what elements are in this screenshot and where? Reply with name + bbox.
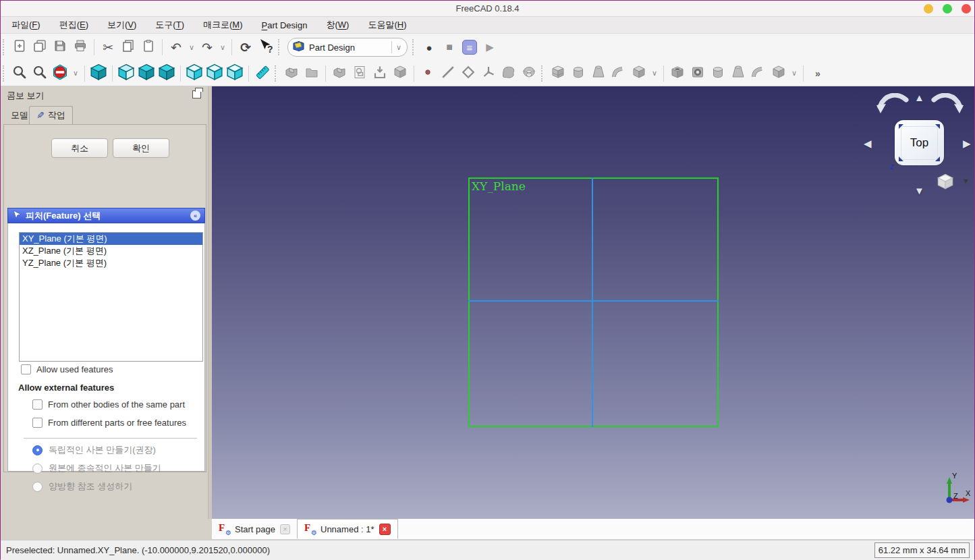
datum-plane-icon[interactable]: [458, 63, 478, 84]
menu-edit[interactable]: 편집(E): [50, 16, 98, 34]
group-icon[interactable]: [302, 63, 322, 84]
toolbar-handle[interactable]: [412, 39, 416, 55]
subtractive-pipe-icon[interactable]: [748, 63, 769, 84]
menu-view[interactable]: 보기(V): [98, 16, 146, 34]
validate-sketch-icon[interactable]: [370, 63, 390, 84]
tab-unnamed-document[interactable]: F⚙ Unnamed : 1* ×: [297, 519, 398, 539]
radio-independent-copy[interactable]: 독립적인 사본 만들기(권장): [32, 444, 156, 456]
menu-file[interactable]: 파일(F): [2, 16, 50, 34]
datum-cs-icon[interactable]: [478, 63, 499, 84]
ok-button[interactable]: 확인: [113, 138, 169, 158]
navcube-menu-icon[interactable]: [935, 173, 955, 193]
macro-play-icon[interactable]: ▶: [480, 37, 500, 57]
menu-help[interactable]: 도움말(H): [358, 16, 416, 34]
view-front-icon[interactable]: [116, 63, 136, 84]
toolbar-handle[interactable]: [275, 65, 278, 82]
subtractive-primitive-dropdown-icon[interactable]: ∨: [789, 63, 800, 84]
new-document-icon[interactable]: [9, 37, 30, 57]
radio-button[interactable]: [32, 445, 43, 455]
view-rear-icon[interactable]: [184, 63, 204, 84]
part-icon[interactable]: [281, 63, 302, 84]
toolbar-handle[interactable]: [3, 65, 6, 82]
task-section-header[interactable]: 피처(Feature) 선택 «: [7, 208, 205, 223]
close-button[interactable]: [962, 4, 971, 13]
rotate-left-arrow-icon[interactable]: [876, 93, 909, 121]
minimize-button[interactable]: [924, 4, 933, 13]
redo-icon[interactable]: ↷: [197, 37, 217, 57]
additive-pipe-icon[interactable]: [609, 63, 629, 84]
list-item-yz-plane[interactable]: YZ_Plane (기본 평면): [20, 257, 202, 269]
groove-icon[interactable]: [708, 63, 728, 84]
radio-button[interactable]: [32, 464, 43, 474]
subtractive-loft-icon[interactable]: [728, 63, 748, 84]
navigation-cube[interactable]: Top: [895, 120, 944, 165]
collapse-section-icon[interactable]: «: [190, 211, 200, 221]
radio-cross-reference[interactable]: 양방향 참조 생성하기: [32, 480, 132, 493]
list-item-xy-plane[interactable]: XY_Plane (기본 평면): [20, 233, 202, 245]
additive-primitive-dropdown-icon[interactable]: ∨: [649, 63, 660, 84]
whats-this-icon[interactable]: ?: [256, 37, 276, 57]
radio-dependent-copy[interactable]: 원본에 종속적인 사본 만들기: [32, 462, 161, 474]
nav-right-arrow-icon[interactable]: ▶: [963, 138, 971, 150]
view-top-icon[interactable]: [136, 63, 157, 84]
checkbox-diff-parts[interactable]: From different parts or free features: [32, 418, 186, 428]
close-tab-icon[interactable]: ×: [280, 524, 290, 534]
datum-point-icon[interactable]: [418, 63, 438, 84]
pad-icon[interactable]: [548, 63, 568, 84]
y-axis-line[interactable]: [592, 177, 593, 427]
view-bottom-icon[interactable]: [204, 63, 225, 84]
create-body-icon[interactable]: [329, 63, 350, 84]
nav-up-arrow-icon[interactable]: ▲: [914, 92, 924, 103]
open-document-icon[interactable]: [30, 37, 50, 57]
toolbar-handle[interactable]: [541, 65, 545, 82]
measure-distance-icon[interactable]: [252, 63, 273, 84]
copy-icon[interactable]: [118, 37, 138, 57]
toolbar-overflow-icon[interactable]: »: [807, 63, 827, 84]
undo-icon[interactable]: ↶: [166, 37, 186, 57]
maximize-button[interactable]: [943, 4, 952, 13]
refresh-icon[interactable]: ⟳: [235, 37, 256, 57]
cancel-button[interactable]: 취소: [51, 138, 108, 158]
toolbar-handle[interactable]: [278, 39, 281, 55]
datum-line-icon[interactable]: [438, 63, 458, 84]
redo-dropdown-icon[interactable]: ∨: [217, 37, 228, 57]
nav-left-arrow-icon[interactable]: ◀: [864, 138, 872, 150]
view-left-icon[interactable]: [225, 63, 245, 84]
menu-tools[interactable]: 도구(T): [146, 16, 194, 34]
navcube-dropdown-icon[interactable]: ▼: [962, 177, 970, 185]
shapebinder-icon[interactable]: [499, 63, 519, 84]
feature-list[interactable]: XY_Plane (기본 평면) XZ_Plane (기본 평면) YZ_Pla…: [19, 232, 203, 362]
clone-icon[interactable]: [519, 63, 539, 84]
view-right-icon[interactable]: [157, 63, 177, 84]
checkbox-box[interactable]: [32, 418, 43, 428]
save-icon[interactable]: [50, 37, 70, 57]
fit-all-icon[interactable]: [9, 63, 30, 84]
checkbox-same-part[interactable]: From other bodies of the same part: [32, 399, 185, 410]
menu-partdesign[interactable]: Part Design: [252, 18, 317, 33]
additive-loft-icon[interactable]: [588, 63, 609, 84]
workbench-selector[interactable]: Part Design ∨: [287, 38, 408, 57]
tab-tasks[interactable]: ✎작업: [29, 106, 73, 124]
float-panel-icon[interactable]: [192, 90, 201, 99]
checkbox-box[interactable]: [21, 364, 31, 374]
macro-dialog-icon[interactable]: ≡: [459, 37, 480, 57]
navcube-top-face[interactable]: Top: [901, 126, 938, 160]
close-tab-icon[interactable]: ×: [379, 524, 391, 535]
title-bar[interactable]: FreeCAD 0.18.4: [1, 1, 974, 17]
macro-stop-icon[interactable]: ■: [439, 37, 459, 57]
create-sketch-icon[interactable]: [350, 63, 370, 84]
radio-button[interactable]: [32, 482, 43, 492]
hole-icon[interactable]: [688, 63, 708, 84]
list-item-xz-plane[interactable]: XZ_Plane (기본 평면): [20, 245, 202, 257]
toolbar-handle[interactable]: [3, 39, 6, 55]
3d-viewport[interactable]: XY_Plane ▲ ◀ ▶ ▼ Top z ▼: [212, 86, 974, 519]
paste-icon[interactable]: [138, 37, 159, 57]
x-axis-line[interactable]: [468, 300, 719, 302]
nav-down-arrow-icon[interactable]: ▼: [914, 185, 924, 196]
checkbox-box[interactable]: [32, 399, 43, 410]
print-icon[interactable]: [70, 37, 90, 57]
checkbox-allow-used[interactable]: Allow used features: [21, 364, 113, 374]
revolve-icon[interactable]: [568, 63, 588, 84]
draw-style-icon[interactable]: [50, 63, 70, 84]
rotate-right-arrow-icon[interactable]: [931, 93, 964, 121]
